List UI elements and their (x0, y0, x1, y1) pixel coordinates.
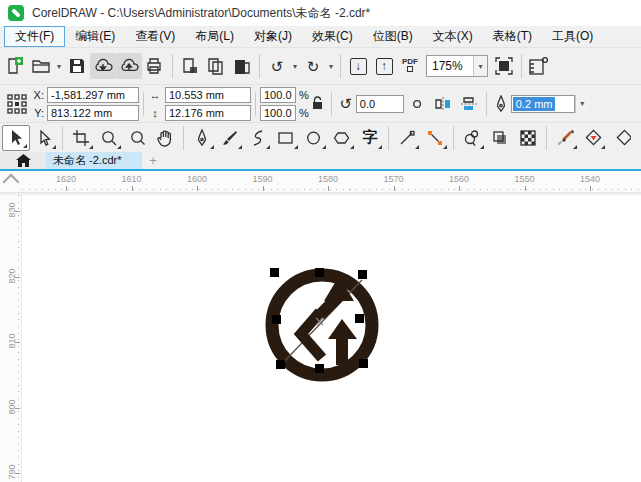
lock-ratio-button[interactable] (309, 91, 327, 117)
dimension-tool[interactable] (393, 125, 421, 151)
cloud-open-button[interactable] (90, 53, 116, 79)
rotate-icon: ↺ (339, 96, 352, 111)
menu-edit[interactable]: 编辑(E) (65, 26, 125, 47)
object-position-button[interactable] (4, 91, 30, 117)
object-height-field[interactable]: 12.176 mm (165, 105, 251, 121)
fullscreen-preview-button[interactable] (491, 53, 517, 79)
ellipse-icon (305, 130, 323, 146)
outline-width-dropdown[interactable]: ▾ (575, 95, 589, 113)
menu-layout[interactable]: 布局(L) (185, 26, 244, 47)
menu-text[interactable]: 文本(X) (423, 26, 483, 47)
new-tab-button[interactable]: + (142, 152, 164, 169)
ruler-label: 1540 (580, 174, 600, 184)
horizontal-ruler[interactable]: 162016101600159015801570156015501540 (0, 171, 641, 193)
open-button[interactable] (28, 53, 54, 79)
y-position-field[interactable]: 813.122 mm (47, 105, 139, 121)
export-button[interactable]: ↑ (371, 53, 397, 79)
mirror-horizontal-button[interactable] (430, 91, 456, 117)
crop-tool[interactable] (67, 125, 95, 151)
menu-tools[interactable]: 工具(O) (542, 26, 603, 47)
menu-bitmaps[interactable]: 位图(B) (363, 26, 423, 47)
fullscreen-icon (494, 56, 514, 76)
ruler-origin-icon[interactable] (4, 175, 18, 189)
pen-tool[interactable] (188, 125, 216, 151)
outline-pen-tool[interactable] (607, 125, 635, 151)
rotation-angle-field[interactable]: 0.0 (356, 95, 404, 113)
object-width-field[interactable]: 10.553 mm (165, 87, 251, 103)
units-button[interactable] (526, 53, 552, 79)
menu-file[interactable]: 文件(F) (4, 26, 65, 47)
copy-button[interactable] (203, 53, 229, 79)
zoom-level-dropdown[interactable]: ▾ (473, 56, 487, 76)
ruler-label: 1600 (187, 174, 207, 184)
redo-button[interactable]: ↻ (300, 53, 326, 79)
mirror-horizontal-icon (434, 96, 452, 112)
menu-effects[interactable]: 效果(C) (302, 26, 363, 47)
vertical-ruler[interactable]: 830820810800790 (0, 195, 22, 482)
ruler-major-tick (394, 186, 395, 191)
cut-button[interactable] (177, 53, 203, 79)
zoom-tool[interactable] (95, 125, 123, 151)
ruler-major-tick (459, 186, 460, 191)
flyout-indicator (350, 145, 354, 149)
drop-shadow-tool[interactable] (458, 125, 486, 151)
selected-logo-object[interactable] (262, 262, 382, 382)
zoom-alt-tool[interactable] (123, 125, 151, 151)
undo-button[interactable]: ↺ (264, 53, 290, 79)
outline-width-combobox[interactable]: 0.2 mm (511, 95, 575, 113)
zoom-level-combobox[interactable]: 175% ▾ (426, 55, 488, 77)
ruler-major-tick (263, 186, 264, 191)
text-tool[interactable]: 字 (356, 125, 384, 151)
color-eyedropper-tool[interactable] (551, 125, 579, 151)
print-icon (145, 57, 165, 75)
x-position-field[interactable]: -1,581.297 mm (47, 87, 139, 103)
pan-tool[interactable] (151, 125, 179, 151)
document-tab[interactable]: 未命名 -2.cdr* (46, 152, 142, 169)
cloud-save-button[interactable] (116, 53, 142, 79)
rectangle-tool[interactable] (272, 125, 300, 151)
ellipse-tool[interactable] (300, 125, 328, 151)
connector-tool[interactable] (421, 125, 449, 151)
polygon-tool[interactable] (328, 125, 356, 151)
flyout-indicator (415, 145, 419, 149)
undo-dropdown[interactable]: ▾ (290, 53, 300, 79)
menu-view[interactable]: 查看(V) (125, 26, 185, 47)
pick-tool[interactable] (2, 125, 30, 151)
redo-dropdown[interactable]: ▾ (326, 53, 336, 79)
ruler-label: 1590 (252, 174, 272, 184)
balloon-icon (462, 129, 482, 147)
print-button[interactable] (142, 53, 168, 79)
shape-tool[interactable] (30, 125, 58, 151)
ruler-major-tick (197, 186, 198, 191)
drawing-canvas[interactable]: 830820810800790 (0, 195, 641, 482)
publish-pdf-button[interactable]: PDF (397, 53, 423, 79)
interactive-fill-tool[interactable] (579, 125, 607, 151)
home-icon (16, 154, 31, 167)
flyout-indicator (266, 145, 270, 149)
new-document-button[interactable] (2, 53, 28, 79)
contour-tool[interactable] (486, 125, 514, 151)
ruler-minor-ticks (22, 189, 641, 190)
artistic-media-tool[interactable] (216, 125, 244, 151)
menu-object[interactable]: 对象(J) (244, 26, 302, 47)
transparency-tool[interactable] (514, 125, 542, 151)
object-width-icon: ↔ (148, 89, 162, 101)
menu-table[interactable]: 表格(T) (483, 26, 542, 47)
paste-button[interactable] (229, 53, 255, 79)
ruler-major-tick (525, 186, 526, 191)
open-dropdown[interactable]: ▾ (54, 53, 64, 79)
ruler-label: 1560 (449, 174, 469, 184)
scale-horizontal-field[interactable]: 100.0 (260, 87, 296, 103)
welcome-home-button[interactable] (0, 152, 46, 169)
logo-artwork (272, 275, 372, 375)
toolbox-separator (388, 126, 389, 150)
import-button[interactable]: ↓ (345, 53, 371, 79)
scale-vertical-field[interactable]: 100.0 (260, 105, 296, 121)
degree-icon (412, 99, 422, 109)
toolbar-separator (259, 54, 260, 78)
save-button[interactable] (64, 53, 90, 79)
mirror-vertical-button[interactable] (456, 91, 482, 117)
pick-cursor-icon (8, 129, 24, 147)
bspline-tool[interactable] (244, 125, 272, 151)
eyedropper-icon (556, 129, 574, 147)
